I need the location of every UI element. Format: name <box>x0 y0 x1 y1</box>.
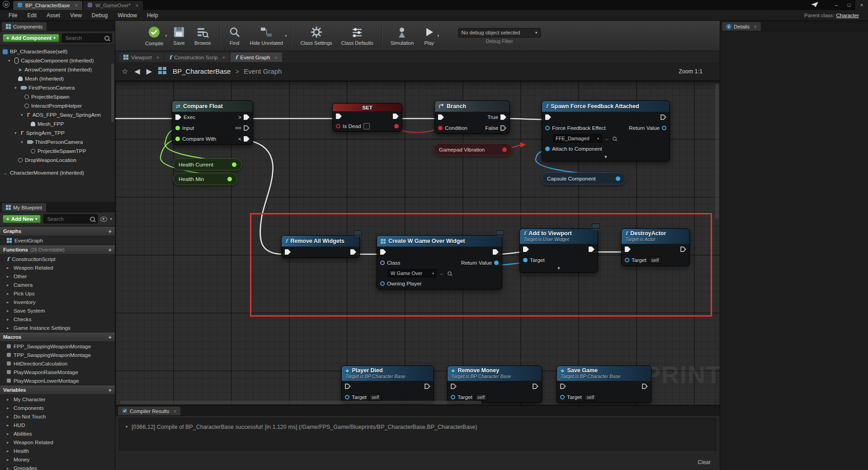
class-settings-button[interactable]: Class Settings <box>296 24 336 47</box>
exec-in-pin[interactable] <box>560 384 566 389</box>
minimize-button[interactable]: – <box>830 0 843 10</box>
component-item-firstpersoncamera[interactable]: ▾FirstPersonCamera <box>0 83 115 92</box>
exec-in-pin[interactable] <box>523 247 529 252</box>
exec-out-pin[interactable] <box>680 247 686 252</box>
float-out-pin[interactable] <box>232 162 236 167</box>
component-item-projectilespawn[interactable]: ProjectileSpawn <box>0 92 115 101</box>
variable-category-money[interactable]: ▸Money <box>0 455 115 464</box>
node-get-health-current[interactable]: Health Current <box>173 158 242 171</box>
expander-icon[interactable]: ▸ <box>7 266 11 270</box>
false-exec-pin[interactable] <box>500 125 506 131</box>
browse-asset-icon[interactable] <box>448 271 452 275</box>
menu-window[interactable]: Window <box>113 12 142 19</box>
node-player-died[interactable]: ◆Player Died Target is BP Character Base… <box>341 366 434 403</box>
expander-icon[interactable]: ▸ <box>7 414 11 419</box>
component-item-mesh-fpp[interactable]: Mesh_FPP <box>0 119 115 128</box>
exec-out-lt-pin[interactable] <box>244 136 250 142</box>
variable-category-health[interactable]: ▸Health <box>0 446 115 455</box>
back-icon[interactable]: ◀ <box>134 67 140 76</box>
add-macro-button[interactable]: + <box>108 334 112 341</box>
graph-vertical-scrollbar[interactable] <box>715 84 719 219</box>
attach-to-component-pin[interactable] <box>545 147 550 151</box>
variable-category-do-not-touch[interactable]: ▸Do Not Touch <box>0 412 115 421</box>
exec-in-pin[interactable] <box>545 114 551 120</box>
exec-in-pin[interactable] <box>438 114 444 120</box>
component-item-ads-springarm[interactable]: ▾ΓADS_FPP_Sway_SpringArm <box>0 110 115 119</box>
event-graph-canvas[interactable]: BLUEPRINT ⇄Compare Float Exec > Input ==… <box>115 81 720 405</box>
find-button[interactable]: Find <box>224 24 245 47</box>
node-remove-money[interactable]: ◆Remove Money Target is BP Character Bas… <box>447 366 542 403</box>
my-blueprint-item-eventgraph[interactable]: EventGraph <box>0 236 115 245</box>
compile-options-icon[interactable]: ▾ <box>165 33 167 38</box>
expander-icon[interactable]: ▾ <box>21 113 25 117</box>
component-item-capsule[interactable]: ▾CapsuleComponent (Inherited) <box>0 56 115 65</box>
section-variables[interactable]: Variables+ <box>0 385 115 395</box>
tab-event-graph[interactable]: f Event Graph × <box>231 52 282 62</box>
float-out-pin[interactable] <box>227 177 232 181</box>
exec-out-pin[interactable] <box>425 384 430 389</box>
exec-out-pin[interactable] <box>589 247 594 252</box>
exec-out-pin[interactable] <box>642 384 648 389</box>
is-dead-out-pin[interactable] <box>394 124 399 128</box>
exec-out-eq-pin[interactable] <box>244 125 250 131</box>
close-icon[interactable]: × <box>275 55 278 60</box>
section-macros[interactable]: Macros+ <box>0 332 115 342</box>
is-dead-checkbox[interactable] <box>363 123 370 129</box>
component-item-springarm-tpp[interactable]: ▾ΓSpringArm_TPP <box>0 128 115 138</box>
target-pin[interactable] <box>345 395 349 399</box>
expander-icon[interactable]: ▸ <box>7 326 11 330</box>
expander-icon[interactable]: ▸ <box>7 432 11 436</box>
add-function-button[interactable]: + <box>108 247 112 253</box>
macro-item-playweaponlower[interactable]: PlayWeaponLowerMontage <box>0 376 115 385</box>
exec-out-pin[interactable] <box>393 114 399 119</box>
hide-unrelated-options-icon[interactable]: ▾ <box>285 33 287 38</box>
target-self-value[interactable]: self <box>475 394 487 401</box>
close-icon[interactable]: × <box>156 55 159 60</box>
debug-object-dropdown[interactable]: No debug object selected ▾ <box>458 28 541 38</box>
expander-icon[interactable]: ▸ <box>7 300 11 304</box>
close-icon[interactable]: × <box>75 3 77 8</box>
component-item-thirdpersoncamera[interactable]: ▾ThirdPersonCamera <box>0 138 115 147</box>
node-destroy-actor[interactable]: fDestroyActor Target is Actor Targetself <box>621 228 690 266</box>
expander-icon[interactable]: ▾ <box>14 131 19 135</box>
variable-category-my-character[interactable]: ▸My Character <box>0 395 115 404</box>
compile-button[interactable]: Compile <box>141 24 168 48</box>
variable-category-components[interactable]: ▸Components <box>0 404 115 412</box>
macro-item-playweaponraise[interactable]: PlayWeaponRaiseMontage <box>0 368 115 376</box>
expander-icon[interactable]: ▸ <box>7 466 11 470</box>
function-category-game-instance-settings[interactable]: ▸Game Instance Settings <box>0 323 115 332</box>
variable-category-grenades[interactable]: ▸Grenades <box>0 464 115 470</box>
node-add-to-viewport[interactable]: fAdd to Viewport Target is User Widget T… <box>519 228 598 273</box>
node-set-is-dead[interactable]: SET Is Dead <box>332 103 402 132</box>
target-self-value[interactable]: self <box>584 394 597 401</box>
node-get-health-min[interactable]: Health Min <box>173 173 237 185</box>
clear-button[interactable]: Clear <box>698 459 711 465</box>
components-search-input[interactable] <box>65 35 103 41</box>
function-category-save-system[interactable]: ▸Save System <box>0 306 115 315</box>
my-blueprint-search-box[interactable] <box>43 214 98 223</box>
exec-out-gt-pin[interactable] <box>244 114 250 120</box>
target-pin[interactable] <box>560 395 565 399</box>
component-item-arrow[interactable]: ➤ArrowComponent (Inherited) <box>0 65 115 74</box>
target-pin[interactable] <box>523 258 528 262</box>
components-scrollbar[interactable] <box>111 63 114 122</box>
force-feedback-effect-pin[interactable] <box>545 126 550 130</box>
exec-in-pin[interactable] <box>380 249 386 255</box>
graph-horizontal-scrollbar[interactable] <box>120 401 481 404</box>
section-graphs[interactable]: Graphs+ <box>0 226 115 236</box>
menu-asset[interactable]: Asset <box>42 12 65 19</box>
parent-class-link[interactable]: Character <box>836 13 859 18</box>
variable-category-weapon-related[interactable]: ▸Weapon Related <box>0 438 115 446</box>
close-icon[interactable]: × <box>136 3 138 8</box>
maximize-button[interactable]: □ <box>843 0 855 10</box>
close-icon[interactable]: × <box>222 55 225 60</box>
components-search-box[interactable] <box>62 33 112 43</box>
expander-icon[interactable]: ▸ <box>7 317 11 322</box>
exec-out-pin[interactable] <box>533 384 538 389</box>
save-button[interactable]: Save <box>168 24 190 47</box>
function-category-checks[interactable]: ▸Checks <box>0 315 115 323</box>
macro-item-fpp-swapping[interactable]: FPP_SwappingWeaponMontage <box>0 342 115 351</box>
target-pin[interactable] <box>625 258 629 262</box>
close-icon[interactable]: × <box>754 24 756 29</box>
asset-tab-w-gameover[interactable]: W_GameOver* × <box>83 1 143 10</box>
